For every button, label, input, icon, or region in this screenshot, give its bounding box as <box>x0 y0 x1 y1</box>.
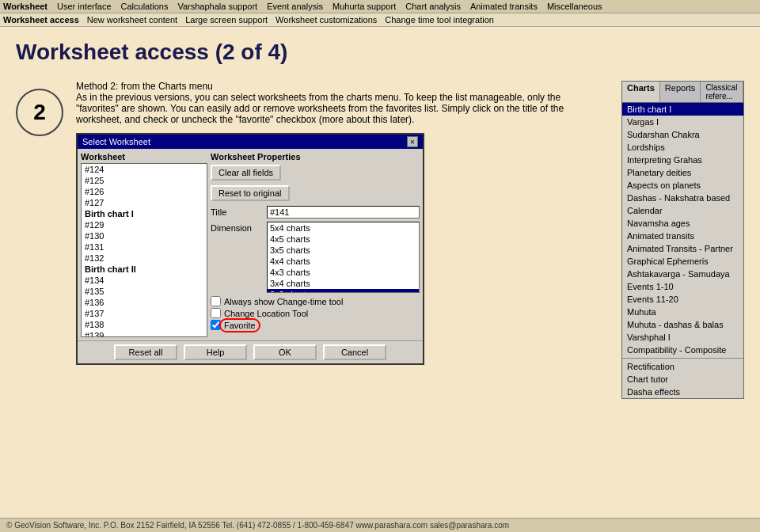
nav-worksheet-access[interactable]: Worksheet access <box>3 15 79 25</box>
help-button[interactable]: Help <box>184 344 247 360</box>
list-item[interactable]: #130 <box>82 230 207 241</box>
list-item[interactable]: #132 <box>82 253 207 264</box>
dialog-close-button[interactable]: × <box>407 136 418 147</box>
second-navbar: Worksheet access New worksheet content L… <box>0 13 760 27</box>
menu-item-ui[interactable]: User interface <box>57 2 111 11</box>
chart-birth-1[interactable]: Birth chart I <box>622 103 743 116</box>
chart-animated[interactable]: Animated transits <box>622 230 743 242</box>
prop-buttons-2: Reset to original <box>211 185 420 201</box>
footer-text: © GeoVision Software, Inc. P.O. Box 2152… <box>6 521 509 530</box>
list-item[interactable]: #125 <box>82 175 207 186</box>
dim-item[interactable]: 3x5 charts <box>268 245 419 256</box>
worksheet-props-panel: Worksheet Properties Clear all fields Re… <box>211 152 420 337</box>
worksheet-dialog: Select Worksheet × Worksheet #124 #125 #… <box>76 133 424 365</box>
list-item-birth-chart-1[interactable]: Birth chart I <box>82 208 207 219</box>
dim-item[interactable]: 4x5 charts <box>268 234 419 245</box>
prop-buttons: Clear all fields <box>211 165 420 180</box>
dim-item[interactable]: 4x4 charts <box>268 256 419 267</box>
menu-item-transits[interactable]: Animated transits <box>470 2 538 11</box>
title-label: Title <box>211 206 262 217</box>
list-item[interactable]: #131 <box>82 241 207 253</box>
chart-events-2[interactable]: Events 11-20 <box>622 293 743 306</box>
menu-item-misc[interactable]: Miscellaneous <box>547 2 602 11</box>
chart-planetary[interactable]: Planetary deities <box>622 166 743 179</box>
tab-reports[interactable]: Reports <box>660 82 701 102</box>
nav-new-content[interactable]: New worksheet content <box>87 15 177 25</box>
change-location-checkbox[interactable] <box>211 308 221 318</box>
list-item[interactable]: #135 <box>82 286 207 297</box>
list-item[interactable]: #127 <box>82 197 207 208</box>
list-item[interactable]: #139 <box>82 330 207 337</box>
chart-compatibility[interactable]: Compatibility - Composite <box>622 344 743 356</box>
dialog-title: Select Worksheet <box>82 137 150 146</box>
worksheet-props-header: Worksheet Properties <box>211 152 420 162</box>
chart-sudarshan[interactable]: Sudarshan Chakra <box>622 128 743 141</box>
list-item[interactable]: #137 <box>82 308 207 319</box>
cancel-button[interactable]: Cancel <box>323 344 386 360</box>
list-item[interactable]: #134 <box>82 275 207 286</box>
top-menubar: Worksheet User interface Calculations Va… <box>0 0 760 13</box>
worksheet-listbox[interactable]: #124 #125 #126 #127 Birth chart I #129 #… <box>81 163 207 337</box>
always-show-row: Always show Change-time tool <box>211 296 420 306</box>
menu-item-varshaphala[interactable]: Varshaphala support <box>177 2 257 11</box>
list-item[interactable]: #124 <box>82 164 207 175</box>
chart-graphical[interactable]: Graphical Ephemeris <box>622 255 743 268</box>
list-item[interactable]: #126 <box>82 186 207 197</box>
list-item[interactable]: #138 <box>82 319 207 330</box>
chart-varshphal[interactable]: Varshphal I <box>622 331 743 344</box>
chart-aspects[interactable]: Aspects on planets <box>622 179 743 192</box>
favorite-label: Favorite <box>224 321 256 330</box>
list-item[interactable]: #129 <box>82 219 207 230</box>
chart-rectification[interactable]: Rectification <box>622 360 743 373</box>
nav-customizations[interactable]: Worksheet customizations <box>276 15 377 25</box>
clear-all-button[interactable]: Clear all fields <box>211 165 281 180</box>
reset-original-button[interactable]: Reset to original <box>211 185 290 201</box>
tab-classical[interactable]: Classical refere... <box>701 82 743 102</box>
menu-item-chart[interactable]: Chart analysis <box>405 2 461 11</box>
dialog-footer: Reset all Help OK Cancel <box>78 340 423 363</box>
chart-dasha-effects[interactable]: Dasha effects <box>622 386 743 398</box>
menu-item-muhurta[interactable]: Muhurta support <box>332 2 396 11</box>
title-input[interactable] <box>267 206 420 218</box>
dialog-titlebar: Select Worksheet × <box>78 135 423 149</box>
dimension-list[interactable]: 5x4 charts 4x5 charts 3x5 charts 4x4 cha… <box>267 222 420 293</box>
chart-tutor[interactable]: Chart tutor <box>622 373 743 386</box>
worksheet-list-panel: Worksheet #124 #125 #126 #127 Birth char… <box>81 152 207 337</box>
title-row: Title <box>211 206 420 218</box>
menu-item-calculations[interactable]: Calculations <box>121 2 169 11</box>
menu-item-worksheet[interactable]: Worksheet <box>3 2 48 11</box>
always-show-checkbox[interactable] <box>211 296 221 306</box>
chart-calendar[interactable]: Calendar <box>622 204 743 217</box>
list-item-birth-chart-2[interactable]: Birth chart II <box>82 264 207 275</box>
chart-navamsha[interactable]: Navamsha ages <box>622 217 743 230</box>
chart-muhuta-dashas[interactable]: Muhuta - dashas & balas <box>622 318 743 331</box>
chart-animated-partner[interactable]: Animated Transits - Partner <box>622 242 743 255</box>
charts-tabs: Charts Reports Classical refere... <box>622 82 743 103</box>
tab-charts[interactable]: Charts <box>622 82 660 102</box>
ok-button[interactable]: OK <box>253 344 317 360</box>
list-item[interactable]: #136 <box>82 297 207 308</box>
dim-item-3x3[interactable]: 3x3 charts <box>268 289 419 293</box>
nav-time-tool[interactable]: Change time tool integration <box>385 15 494 25</box>
dim-item[interactable]: 4x3 charts <box>268 267 419 278</box>
chart-dashas[interactable]: Dashas - Nakshatra based <box>622 192 743 204</box>
description-text: As in the previous versions, you can sel… <box>76 92 606 125</box>
step-number: 2 <box>16 89 63 136</box>
method-title: Method 2: from the Charts menu <box>76 81 606 92</box>
chart-muhuta[interactable]: Muhuta <box>622 306 743 318</box>
dialog-body: Worksheet #124 #125 #126 #127 Birth char… <box>78 149 423 340</box>
reset-all-button[interactable]: Reset all <box>114 344 177 360</box>
chart-interpreting[interactable]: Interpreting Grahas <box>622 154 743 166</box>
chart-vargas[interactable]: Vargas I <box>622 116 743 128</box>
chart-lordships[interactable]: Lordships <box>622 141 743 154</box>
main-content: 2 Method 2: from the Charts menu As in t… <box>0 73 760 407</box>
always-show-label: Always show Change-time tool <box>224 297 343 306</box>
dim-item[interactable]: 3x4 charts <box>268 278 419 289</box>
dim-item[interactable]: 5x4 charts <box>268 222 419 234</box>
nav-large-screen[interactable]: Large screen support <box>185 15 268 25</box>
page-title: Worksheet access (2 of 4) <box>0 27 760 73</box>
chart-events-1[interactable]: Events 1-10 <box>622 280 743 293</box>
chart-ashtakavarga[interactable]: Ashtakavarga - Samudaya <box>622 268 743 280</box>
dimension-row: Dimension 5x4 charts 4x5 charts 3x5 char… <box>211 222 420 293</box>
menu-item-events[interactable]: Event analysis <box>267 2 323 11</box>
